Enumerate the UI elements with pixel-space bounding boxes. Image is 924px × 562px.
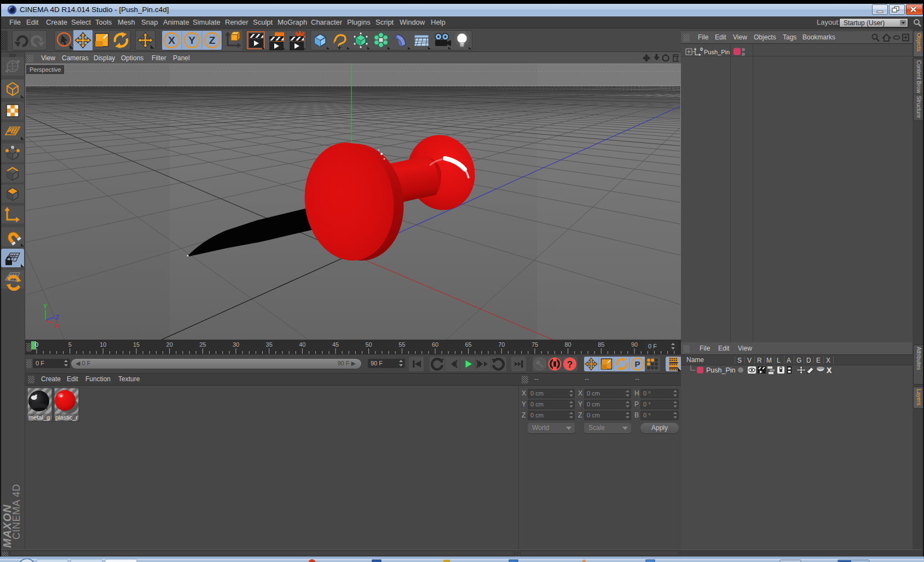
svg-text:V: V: [747, 357, 752, 364]
svg-text:X: X: [826, 357, 830, 364]
svg-text:20: 20: [166, 341, 173, 348]
svg-text:0: 0: [35, 341, 38, 348]
svg-text:10: 10: [100, 341, 106, 348]
svg-text:plastic_r: plastic_r: [55, 414, 78, 421]
svg-text:80: 80: [564, 341, 571, 348]
svg-text:G: G: [796, 357, 801, 364]
svg-text:Z: Z: [209, 35, 216, 46]
svg-text:40: 40: [299, 341, 305, 348]
svg-text:45: 45: [332, 341, 339, 348]
svg-text:E: E: [816, 357, 821, 364]
svg-text:85: 85: [598, 341, 604, 348]
svg-text:P: P: [634, 359, 640, 369]
svg-text:Z: Z: [55, 314, 59, 320]
svg-text:0: 0: [700, 47, 703, 52]
svg-text:S: S: [737, 357, 742, 364]
svg-text:A: A: [787, 357, 791, 364]
svg-text:15: 15: [133, 341, 140, 348]
svg-text:Y: Y: [43, 303, 48, 309]
svg-text:L: L: [777, 357, 781, 364]
svg-text:70: 70: [498, 341, 505, 348]
svg-text:65: 65: [465, 341, 471, 348]
svg-text:55: 55: [399, 341, 405, 348]
svg-text:25: 25: [199, 341, 206, 348]
svg-text:Push_Pin: Push_Pin: [704, 49, 730, 55]
svg-text:Push_Pin: Push_Pin: [706, 366, 736, 374]
svg-text:X: X: [55, 323, 59, 329]
svg-text:30: 30: [233, 341, 239, 348]
svg-text:?: ?: [567, 359, 573, 370]
svg-text:5: 5: [68, 341, 72, 348]
svg-text:metal_g: metal_g: [28, 414, 50, 421]
svg-text:X: X: [827, 366, 832, 375]
svg-text:60: 60: [432, 341, 438, 348]
svg-text:50: 50: [365, 341, 372, 348]
svg-text:35: 35: [266, 341, 273, 348]
svg-text:R: R: [757, 357, 762, 364]
svg-text:90: 90: [631, 341, 638, 348]
svg-text:75: 75: [532, 341, 538, 348]
svg-text:Y: Y: [188, 35, 195, 46]
svg-text:M: M: [766, 357, 772, 364]
svg-text:D: D: [806, 357, 811, 364]
svg-text:X: X: [168, 35, 175, 46]
